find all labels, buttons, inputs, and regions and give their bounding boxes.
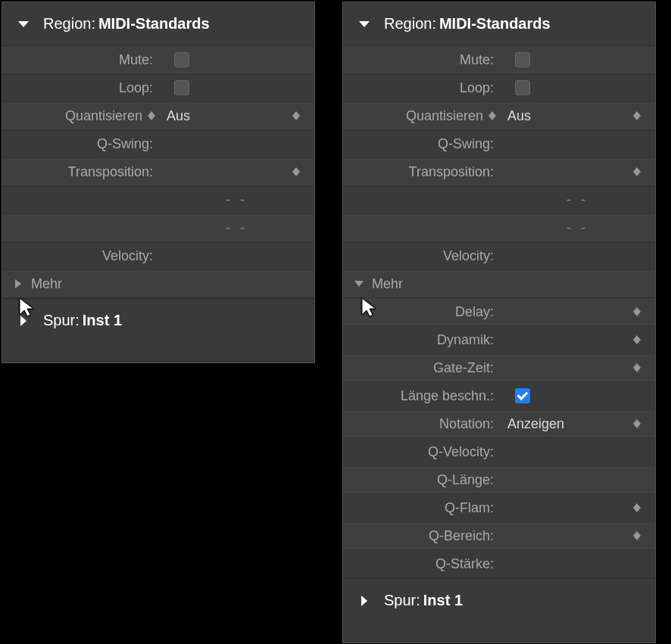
- stepper-icon[interactable]: [632, 164, 644, 179]
- qswing-row[interactable]: Q-Swing:: [2, 130, 314, 158]
- stepper-icon[interactable]: [632, 528, 644, 543]
- dash-row[interactable]: - -: [2, 214, 314, 242]
- region-section-header[interactable]: Region: MIDI-Standards: [2, 2, 314, 46]
- loop-row: Loop:: [343, 74, 655, 102]
- stepper-icon[interactable]: [292, 108, 304, 123]
- dynamics-row[interactable]: Dynamik:: [343, 326, 655, 354]
- region-param-rows: Mute: Loop: Quantisieren Aus: [2, 46, 314, 270]
- chevron-down-icon: [352, 281, 366, 287]
- velocity-row[interactable]: Velocity:: [343, 242, 655, 270]
- track-value: Inst 1: [83, 312, 122, 329]
- q-flam-row[interactable]: Q-Flam:: [343, 494, 655, 522]
- region-label: Region:: [43, 15, 95, 33]
- transposition-label: Transposition:: [343, 164, 500, 180]
- stepper-icon[interactable]: [632, 360, 644, 375]
- more-section-header[interactable]: Mehr: [2, 270, 314, 298]
- q-length-row[interactable]: Q-Länge:: [343, 466, 655, 494]
- mute-label: Mute:: [2, 52, 159, 68]
- region-param-rows: Mute: Loop: Quantisieren Aus: [343, 46, 655, 270]
- delay-label: Delay:: [343, 304, 500, 320]
- stepper-icon[interactable]: [632, 416, 644, 431]
- mute-row: Mute:: [343, 46, 655, 74]
- q-range-label: Q-Bereich:: [343, 528, 500, 544]
- more-label: Mehr: [372, 276, 403, 292]
- region-value: MIDI-Standards: [98, 15, 210, 33]
- q-strength-label: Q-Stärke:: [343, 556, 500, 572]
- clip-length-checkbox[interactable]: [515, 388, 530, 403]
- chevron-down-icon: [14, 15, 33, 33]
- quantize-value: Aus: [507, 108, 531, 124]
- region-value: MIDI-Standards: [439, 15, 551, 33]
- track-value: Inst 1: [423, 592, 463, 609]
- quantize-value: Aus: [167, 108, 190, 124]
- more-param-rows: Delay: Dynamik: Gate-Zeit:: [343, 298, 655, 578]
- transposition-row[interactable]: Transposition:: [2, 158, 314, 186]
- quantize-row[interactable]: Quantisieren Aus: [2, 102, 314, 130]
- region-label: Region:: [384, 15, 436, 33]
- region-section-header[interactable]: Region: MIDI-Standards: [343, 2, 655, 46]
- dash-row[interactable]: - -: [2, 186, 314, 214]
- loop-checkbox[interactable]: [174, 80, 189, 95]
- velocity-label: Velocity:: [2, 248, 159, 264]
- dynamics-label: Dynamik:: [343, 332, 500, 348]
- q-length-label: Q-Länge:: [343, 472, 500, 488]
- stepper-icon[interactable]: [488, 108, 500, 123]
- track-label: Spur:: [43, 312, 80, 329]
- qswing-label: Q-Swing:: [2, 136, 159, 152]
- q-velocity-label: Q-Velocity:: [343, 444, 500, 460]
- loop-row: Loop:: [2, 74, 314, 102]
- mute-row: Mute:: [2, 46, 314, 74]
- velocity-label: Velocity:: [343, 248, 500, 264]
- quantize-label: Quantisieren: [65, 108, 142, 124]
- dash-row[interactable]: - -: [343, 214, 655, 242]
- qswing-row[interactable]: Q-Swing:: [343, 130, 655, 158]
- track-section-header[interactable]: Spur: Inst 1: [343, 578, 655, 622]
- stepper-icon[interactable]: [632, 108, 644, 123]
- inspector-panel-collapsed: Region: MIDI-Standards Mute: Loop: Quant…: [2, 2, 315, 363]
- stepper-icon[interactable]: [147, 108, 159, 123]
- chevron-right-icon: [14, 312, 33, 330]
- more-section-header[interactable]: Mehr: [343, 270, 655, 298]
- velocity-row[interactable]: Velocity:: [2, 242, 314, 270]
- q-velocity-row[interactable]: Q-Velocity:: [343, 438, 655, 466]
- q-flam-label: Q-Flam:: [343, 500, 500, 516]
- transposition-row[interactable]: Transposition:: [343, 158, 655, 186]
- loop-label: Loop:: [343, 80, 500, 96]
- gate-row[interactable]: Gate-Zeit:: [343, 354, 655, 382]
- stepper-icon[interactable]: [292, 164, 304, 179]
- dash-row[interactable]: - -: [343, 186, 655, 214]
- stepper-icon[interactable]: [632, 304, 644, 319]
- loop-checkbox[interactable]: [515, 80, 530, 95]
- notation-row[interactable]: Notation: Anzeigen: [343, 410, 655, 438]
- chevron-down-icon: [355, 15, 373, 33]
- loop-label: Loop:: [2, 80, 159, 96]
- track-section-header[interactable]: Spur: Inst 1: [2, 298, 314, 342]
- q-strength-row[interactable]: Q-Stärke:: [343, 550, 655, 578]
- q-range-row[interactable]: Q-Bereich:: [343, 522, 655, 550]
- stepper-icon[interactable]: [632, 500, 644, 515]
- chevron-right-icon: [11, 279, 25, 288]
- notation-label: Notation:: [343, 416, 500, 432]
- transposition-label: Transposition:: [2, 164, 159, 180]
- more-label: Mehr: [31, 276, 62, 292]
- delay-row[interactable]: Delay:: [343, 298, 655, 326]
- clip-length-row: Länge beschn.:: [343, 382, 655, 410]
- clip-length-label: Länge beschn.:: [343, 388, 500, 404]
- quantize-row[interactable]: Quantisieren Aus: [343, 102, 655, 130]
- quantize-label: Quantisieren: [406, 108, 483, 124]
- mute-label: Mute:: [343, 52, 500, 68]
- chevron-right-icon: [355, 592, 373, 610]
- mute-checkbox[interactable]: [174, 52, 189, 67]
- notation-value: Anzeigen: [507, 416, 564, 432]
- inspector-panel-expanded: Region: MIDI-Standards Mute: Loop: Quant…: [342, 2, 656, 643]
- stepper-icon[interactable]: [632, 332, 644, 347]
- qswing-label: Q-Swing:: [343, 136, 500, 152]
- mute-checkbox[interactable]: [515, 52, 530, 67]
- gate-label: Gate-Zeit:: [343, 360, 500, 376]
- track-label: Spur:: [384, 592, 420, 609]
